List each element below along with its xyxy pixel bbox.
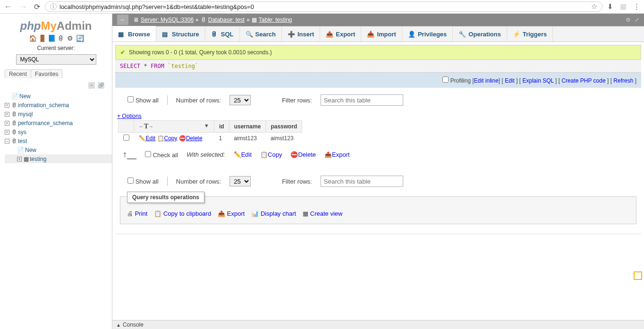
expand-icon[interactable]: + [17, 157, 22, 161]
bc-server[interactable]: Server: MySQL:3306 [141, 17, 194, 23]
tab-search[interactable]: 🔍Search [240, 26, 282, 42]
row-edit-link[interactable]: Edit [146, 135, 156, 142]
breadcrumb: ← 🖥 Server: MySQL:3306 » 🛢 Database: tes… [112, 14, 644, 26]
tree-new-table[interactable]: 📄New [5, 145, 112, 154]
expand-icon[interactable]: + [5, 130, 9, 135]
query-results-operations: Query results operations 🖨 Print 📋 Copy … [120, 196, 636, 224]
create-view-link[interactable]: Create view [310, 210, 343, 217]
db-icon: 🛢 [11, 111, 17, 118]
collapse-icon[interactable]: − [88, 82, 95, 89]
info-icon[interactable]: i [50, 3, 57, 10]
bc-db[interactable]: Database: test [208, 17, 245, 23]
bulk-copy-link[interactable]: Copy [268, 151, 282, 158]
tab-browse[interactable]: ▦Browse [112, 26, 156, 42]
exit-icon[interactable]: ⤢ [635, 17, 639, 23]
link-icon[interactable]: 🔗 [98, 82, 104, 89]
filter-rows-input[interactable] [321, 176, 403, 187]
tree-db[interactable]: +🛢mysql [5, 110, 112, 118]
sql-icon[interactable]: 🛢 [57, 34, 65, 42]
settings-icon[interactable]: ⚙ [626, 17, 631, 23]
reload-icon[interactable]: ⟳ [34, 2, 40, 11]
back-icon[interactable]: ← [4, 2, 12, 12]
nav-arrows: ← → ⟳ [4, 2, 40, 12]
copy-clipboard-link[interactable]: Copy to clipboard [163, 210, 211, 217]
profiling-checkbox[interactable] [442, 76, 449, 83]
num-rows-select[interactable]: 25 [229, 176, 251, 186]
row-checkbox[interactable] [123, 135, 129, 141]
export-link[interactable]: Export [227, 210, 245, 217]
bulk-export-link[interactable]: Export [332, 151, 350, 158]
display-chart-link[interactable]: Display chart [261, 210, 296, 217]
forward-icon[interactable]: → [19, 2, 27, 12]
tab-triggers[interactable]: ⚡Triggers [507, 26, 553, 42]
tab-insert[interactable]: ➕Insert [282, 26, 320, 42]
explain-sql-link[interactable]: Explain SQL [523, 77, 554, 84]
star-icon[interactable]: ☆ [591, 2, 597, 11]
tab-structure[interactable]: ▤Structure [156, 26, 205, 42]
cell-id: 1 [214, 133, 229, 144]
gear-icon[interactable]: ⚙ [67, 34, 74, 42]
docs-icon[interactable]: 📘 [48, 34, 55, 42]
url-bar[interactable]: i localhost/phpmyadmin/sql.php?server=1&… [45, 1, 602, 12]
collapse-icon[interactable]: − [5, 139, 9, 143]
tree-db[interactable]: +🛢performance_schema [5, 118, 112, 127]
show-all-label[interactable]: Show all [127, 177, 159, 185]
bulk-delete-link[interactable]: Delete [298, 151, 316, 158]
expand-icon[interactable]: + [5, 112, 9, 117]
show-all-checkbox[interactable] [127, 96, 134, 102]
expand-icon[interactable]: + [5, 103, 9, 108]
col-id[interactable]: id [214, 121, 229, 133]
edit-link[interactable]: Edit [505, 77, 515, 84]
server-select[interactable]: MySQL [16, 54, 96, 65]
sort-right-icon[interactable]: → [148, 124, 153, 129]
console-bar[interactable]: ▲ Console [112, 320, 644, 329]
tree-db-test[interactable]: −🛢test [5, 136, 112, 145]
show-all-label[interactable]: Show all [127, 96, 159, 104]
filter-rows-label: Filter rows: [282, 97, 312, 104]
download-icon[interactable]: ⬇ [607, 2, 613, 11]
edit-inline-link[interactable]: Edit inline [474, 77, 499, 84]
tab-export[interactable]: 📤Export [320, 26, 361, 42]
reload-tree-icon[interactable]: 🔄 [76, 34, 84, 42]
show-all-checkbox[interactable] [127, 177, 134, 184]
logo[interactable]: phpMyAdmin [0, 19, 112, 33]
tab-sql[interactable]: 🛢SQL [205, 26, 240, 42]
sidebar-toolbar: 🏠 🚪 📘 🛢 ⚙ 🔄 [0, 34, 112, 42]
logout-icon[interactable]: 🚪 [38, 34, 46, 42]
tree-table-testing[interactable]: +▦testing [5, 154, 112, 163]
check-all-checkbox[interactable] [145, 151, 151, 157]
tab-operations[interactable]: 🔧Operations [453, 26, 507, 42]
expand-icon[interactable]: + [5, 121, 9, 126]
print-link[interactable]: Print [135, 210, 148, 217]
browser-chrome: ← → ⟳ i localhost/phpmyadmin/sql.php?ser… [0, 0, 644, 14]
menu-icon[interactable]: ⋮ [633, 2, 640, 11]
extension-icon[interactable]: ▦ [620, 2, 627, 11]
chevron-down-icon[interactable]: ▼ [204, 123, 209, 128]
home-icon[interactable]: 🏠 [29, 34, 36, 42]
options-link[interactable]: + Options [115, 113, 142, 119]
tree-new[interactable]: 📄 New [5, 92, 112, 101]
breadcrumb-back-icon[interactable]: ← [117, 15, 128, 25]
col-username[interactable]: username [229, 121, 266, 133]
tree-db[interactable]: +🛢sys [5, 127, 112, 136]
col-password[interactable]: password [266, 121, 302, 133]
bc-table[interactable]: Table: testing [259, 17, 292, 23]
row-copy-link[interactable]: Copy [164, 135, 178, 142]
pencil-icon: ✏️ [234, 151, 241, 158]
delete-icon: ⛔ [290, 151, 298, 158]
create-php-link[interactable]: Create PHP code [561, 77, 605, 84]
tab-favorites[interactable]: Favorites [31, 69, 62, 78]
num-rows-select[interactable]: 25 [229, 95, 251, 105]
tab-privileges[interactable]: 👤Privileges [402, 26, 453, 42]
filter-rows-input[interactable] [321, 94, 403, 106]
bulk-edit-link[interactable]: Edit [241, 151, 252, 158]
sort-left-icon[interactable]: ← [139, 124, 144, 129]
row-delete-link[interactable]: Delete [186, 135, 203, 142]
check-all-label[interactable]: Check all [145, 151, 178, 159]
tree-db[interactable]: +🛢information_schema [5, 101, 112, 110]
refresh-link[interactable]: Refresh [613, 77, 633, 84]
export-icon: 📤 [218, 210, 225, 217]
tab-import[interactable]: 📥Import [361, 26, 402, 42]
tab-recent[interactable]: Recent [5, 69, 31, 78]
bookmark-icon[interactable] [634, 271, 642, 280]
